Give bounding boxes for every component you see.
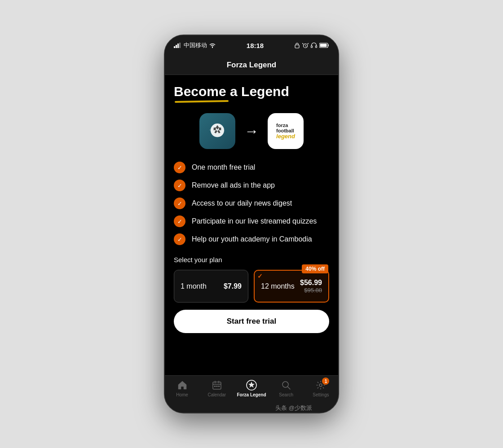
select-plan-label: Select your plan — [174, 256, 329, 264]
alarm-icon — [302, 42, 309, 48]
feature-list: ✓ One month free trial ✓ Remove all ads … — [174, 162, 329, 245]
main-content: Become a Legend — [165, 75, 338, 392]
app-icon-football — [199, 113, 235, 149]
tab-calendar[interactable]: Calendar — [199, 379, 234, 397]
plan-card-monthly[interactable]: 1 month $7.99 — [174, 270, 248, 303]
signal-icon — [174, 43, 182, 48]
feature-item: ✓ Help our youth academy in Cambodia — [174, 233, 329, 245]
plan-cards: 1 month $7.99 ✓ 40% off 12 months $56.99… — [174, 270, 329, 303]
selected-check-icon: ✓ — [255, 271, 265, 281]
svg-rect-24 — [218, 386, 220, 387]
svg-rect-7 — [316, 46, 317, 48]
svg-marker-26 — [248, 382, 255, 388]
tab-settings[interactable]: 1 Settings — [304, 379, 338, 397]
svg-rect-9 — [320, 44, 327, 47]
svg-rect-0 — [174, 46, 175, 48]
lock-icon — [294, 42, 300, 48]
battery-icon — [319, 43, 329, 48]
feature-text: Access to our daily news digest — [192, 199, 292, 207]
status-bar: 中国移动 18:18 — [165, 35, 338, 55]
feature-text: Help our youth academy in Cambodia — [192, 235, 312, 243]
svg-rect-22 — [214, 386, 216, 387]
settings-icon: 1 — [315, 379, 327, 391]
plan-yearly-original-price: $95.88 — [304, 287, 322, 294]
cta-button[interactable]: Start free trial — [174, 310, 329, 333]
legend-logo: forza football legend — [276, 123, 295, 140]
wifi-icon — [209, 43, 216, 48]
tab-home[interactable]: Home — [165, 379, 199, 397]
feature-item: ✓ One month free trial — [174, 162, 329, 173]
nav-bar: Forza Legend — [165, 55, 338, 75]
tab-search-label: Search — [279, 392, 293, 397]
plan-yearly-price: $56.99 — [300, 279, 322, 287]
nav-title: Forza Legend — [227, 61, 277, 70]
headphone-icon — [311, 43, 317, 48]
page-headline: Become a Legend — [174, 84, 329, 99]
svg-rect-4 — [295, 45, 299, 48]
check-icon: ✓ — [174, 233, 185, 245]
tab-forza-legend[interactable]: Forza Legend — [234, 379, 269, 397]
app-icon-legend: forza football legend — [268, 113, 304, 149]
plan-yearly-label: 12 months — [261, 282, 295, 290]
settings-badge: 1 — [322, 378, 329, 385]
tab-search[interactable]: Search — [269, 379, 304, 397]
check-icon: ✓ — [174, 215, 185, 227]
tab-home-label: Home — [176, 392, 188, 397]
football-ball-icon — [206, 120, 229, 142]
phone-frame: 中国移动 18:18 — [164, 35, 339, 413]
svg-marker-13 — [219, 127, 221, 131]
svg-point-29 — [319, 384, 322, 387]
plan-monthly-label: 1 month — [181, 282, 207, 290]
feature-text: Remove all ads in the app — [192, 181, 275, 189]
tab-calendar-label: Calendar — [208, 392, 226, 397]
discount-badge: 40% off — [302, 264, 328, 273]
search-icon — [280, 379, 292, 391]
plan-yearly-price-col: $56.99 $95.88 — [300, 279, 322, 294]
svg-rect-3 — [179, 43, 181, 48]
check-icon: ✓ — [174, 198, 185, 209]
home-icon — [176, 379, 188, 391]
check-icon: ✓ — [174, 180, 185, 191]
status-time: 18:18 — [247, 42, 264, 49]
tab-settings-label: Settings — [313, 392, 329, 397]
plan-card-yearly[interactable]: ✓ 40% off 12 months $56.99 $95.88 — [254, 270, 329, 303]
svg-rect-23 — [216, 386, 217, 387]
plan-monthly-price: $7.99 — [224, 282, 242, 290]
forza-legend-icon — [246, 379, 257, 391]
app-icons-row: → forza football legend — [174, 113, 329, 149]
arrow-right-icon: → — [244, 123, 259, 140]
svg-line-28 — [287, 387, 290, 389]
calendar-icon — [211, 379, 223, 391]
cta-area: Start free trial — [174, 310, 329, 338]
svg-rect-1 — [176, 45, 177, 48]
feature-item: ✓ Remove all ads in the app — [174, 180, 329, 191]
carrier-label: 中国移动 — [184, 41, 207, 49]
feature-item: ✓ Participate in our live streamed quizz… — [174, 215, 329, 227]
tab-forza-label: Forza Legend — [237, 392, 266, 397]
tab-bar: Home Calendar — [165, 375, 338, 413]
status-left: 中国移动 — [174, 41, 216, 49]
feature-text: One month free trial — [192, 163, 255, 171]
check-icon: ✓ — [174, 162, 185, 173]
watermark: 头条 @少数派 — [275, 404, 312, 412]
svg-rect-2 — [177, 44, 179, 48]
svg-rect-6 — [311, 46, 313, 48]
feature-text: Participate in our live streamed quizzes — [192, 217, 317, 225]
svg-marker-12 — [214, 127, 216, 131]
feature-item: ✓ Access to our daily news digest — [174, 198, 329, 209]
status-right — [294, 42, 329, 48]
headline-underline — [175, 100, 229, 103]
